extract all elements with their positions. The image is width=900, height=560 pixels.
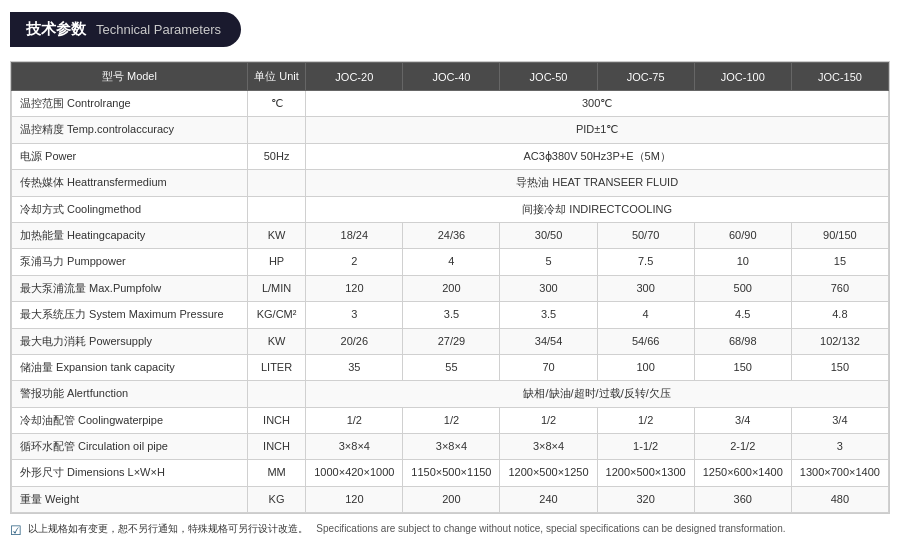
table-row: 警报功能 Alertfunction缺相/缺油/超时/过载/反转/欠压 — [12, 381, 889, 407]
value-cell-15-1: 200 — [403, 486, 500, 512]
col-header-6: JOC-100 — [694, 63, 791, 91]
param-name-7: 最大泵浦流量 Max.Pumpfolw — [12, 275, 248, 301]
footer-text-zh: 以上规格如有变更，恕不另行通知，特殊规格可另行设计改造。 — [28, 523, 308, 534]
value-cell-12-0: 1/2 — [306, 407, 403, 433]
value-cell-7-4: 500 — [694, 275, 791, 301]
value-cell-10-2: 70 — [500, 354, 597, 380]
param-name-8: 最大系统压力 System Maximum Pressure — [12, 302, 248, 328]
value-cell-14-0: 1000×420×1000 — [306, 460, 403, 486]
header-title-en: Technical Parameters — [96, 22, 221, 37]
unit-cell-9: KW — [247, 328, 305, 354]
specs-table: 型号 Model单位 UnitJOC-20JOC-40JOC-50JOC-75J… — [11, 62, 889, 513]
unit-cell-14: MM — [247, 460, 305, 486]
value-cell-6-1: 4 — [403, 249, 500, 275]
value-cell-12-4: 3/4 — [694, 407, 791, 433]
value-cell-7-5: 760 — [791, 275, 888, 301]
param-name-10: 储油量 Expansion tank capacity — [12, 354, 248, 380]
unit-cell-10: LITER — [247, 354, 305, 380]
param-name-0: 温控范围 Controlrange — [12, 91, 248, 117]
table-row: 温控范围 Controlrange℃300℃ — [12, 91, 889, 117]
value-cell-14-2: 1200×500×1250 — [500, 460, 597, 486]
table-row: 最大系统压力 System Maximum PressureKG/CM²33.5… — [12, 302, 889, 328]
table-header-row: 型号 Model单位 UnitJOC-20JOC-40JOC-50JOC-75J… — [12, 63, 889, 91]
table-row: 外形尺寸 Dimensions L×W×HMM1000×420×10001150… — [12, 460, 889, 486]
col-header-2: JOC-20 — [306, 63, 403, 91]
header-title-zh: 技术参数 — [26, 20, 86, 39]
table-row: 传热媒体 Heattransfermedium导热油 HEAT TRANSEER… — [12, 170, 889, 196]
value-cell-10-4: 150 — [694, 354, 791, 380]
table-row: 最大泵浦流量 Max.PumpfolwL/MIN1202003003005007… — [12, 275, 889, 301]
table-row: 循环水配管 Circulation oil pipeINCH3×8×43×8×4… — [12, 434, 889, 460]
value-cell-14-4: 1250×600×1400 — [694, 460, 791, 486]
value-cell-8-2: 3.5 — [500, 302, 597, 328]
param-name-13: 循环水配管 Circulation oil pipe — [12, 434, 248, 460]
table-row: 温控精度 Temp.controlaccuracyPID±1℃ — [12, 117, 889, 143]
value-cell-6-2: 5 — [500, 249, 597, 275]
value-cell-12-3: 1/2 — [597, 407, 694, 433]
value-cell-14-1: 1150×500×1150 — [403, 460, 500, 486]
param-name-9: 最大电力消耗 Powersupply — [12, 328, 248, 354]
param-name-11: 警报功能 Alertfunction — [12, 381, 248, 407]
unit-cell-13: INCH — [247, 434, 305, 460]
span-value-0: 300℃ — [306, 91, 889, 117]
value-cell-15-3: 320 — [597, 486, 694, 512]
value-cell-9-2: 34/54 — [500, 328, 597, 354]
param-name-4: 冷却方式 Coolingmethod — [12, 196, 248, 222]
value-cell-10-1: 55 — [403, 354, 500, 380]
table-row: 重量 WeightKG120200240320360480 — [12, 486, 889, 512]
value-cell-13-3: 1-1/2 — [597, 434, 694, 460]
col-header-7: JOC-150 — [791, 63, 888, 91]
unit-cell-11 — [247, 381, 305, 407]
unit-cell-5: KW — [247, 222, 305, 248]
value-cell-9-5: 102/132 — [791, 328, 888, 354]
value-cell-13-0: 3×8×4 — [306, 434, 403, 460]
unit-cell-4 — [247, 196, 305, 222]
value-cell-15-2: 240 — [500, 486, 597, 512]
value-cell-10-3: 100 — [597, 354, 694, 380]
col-header-1: 单位 Unit — [247, 63, 305, 91]
unit-cell-0: ℃ — [247, 91, 305, 117]
unit-cell-8: KG/CM² — [247, 302, 305, 328]
value-cell-9-1: 27/29 — [403, 328, 500, 354]
value-cell-5-3: 50/70 — [597, 222, 694, 248]
value-cell-5-2: 30/50 — [500, 222, 597, 248]
value-cell-9-3: 54/66 — [597, 328, 694, 354]
table-row: 储油量 Expansion tank capacityLITER35557010… — [12, 354, 889, 380]
param-name-2: 电源 Power — [12, 143, 248, 169]
value-cell-14-3: 1200×500×1300 — [597, 460, 694, 486]
value-cell-13-5: 3 — [791, 434, 888, 460]
table-row: 加热能量 HeatingcapacityKW18/2424/3630/5050/… — [12, 222, 889, 248]
unit-cell-1 — [247, 117, 305, 143]
value-cell-9-4: 68/98 — [694, 328, 791, 354]
col-header-3: JOC-40 — [403, 63, 500, 91]
value-cell-9-0: 20/26 — [306, 328, 403, 354]
checkmark-icon: ☑ — [10, 523, 22, 538]
value-cell-7-3: 300 — [597, 275, 694, 301]
unit-cell-6: HP — [247, 249, 305, 275]
table-row: 电源 Power50HzAC3ϕ380V 50Hz3P+E（5M） — [12, 143, 889, 169]
value-cell-6-4: 10 — [694, 249, 791, 275]
value-cell-5-5: 90/150 — [791, 222, 888, 248]
value-cell-7-2: 300 — [500, 275, 597, 301]
value-cell-8-5: 4.8 — [791, 302, 888, 328]
specs-table-wrapper: 型号 Model单位 UnitJOC-20JOC-40JOC-50JOC-75J… — [10, 61, 890, 514]
value-cell-8-3: 4 — [597, 302, 694, 328]
value-cell-14-5: 1300×700×1400 — [791, 460, 888, 486]
table-row: 冷却油配管 CoolingwaterpipeINCH1/21/21/21/23/… — [12, 407, 889, 433]
value-cell-6-0: 2 — [306, 249, 403, 275]
span-value-11: 缺相/缺油/超时/过载/反转/欠压 — [306, 381, 889, 407]
unit-cell-2: 50Hz — [247, 143, 305, 169]
span-value-3: 导热油 HEAT TRANSEER FLUID — [306, 170, 889, 196]
param-name-15: 重量 Weight — [12, 486, 248, 512]
col-header-0: 型号 Model — [12, 63, 248, 91]
value-cell-13-1: 3×8×4 — [403, 434, 500, 460]
span-value-2: AC3ϕ380V 50Hz3P+E（5M） — [306, 143, 889, 169]
value-cell-8-4: 4.5 — [694, 302, 791, 328]
footer: ☑ 以上规格如有变更，恕不另行通知，特殊规格可另行设计改造。 Specifica… — [10, 522, 890, 538]
value-cell-15-4: 360 — [694, 486, 791, 512]
value-cell-15-0: 120 — [306, 486, 403, 512]
value-cell-12-1: 1/2 — [403, 407, 500, 433]
unit-cell-15: KG — [247, 486, 305, 512]
value-cell-7-0: 120 — [306, 275, 403, 301]
value-cell-5-1: 24/36 — [403, 222, 500, 248]
